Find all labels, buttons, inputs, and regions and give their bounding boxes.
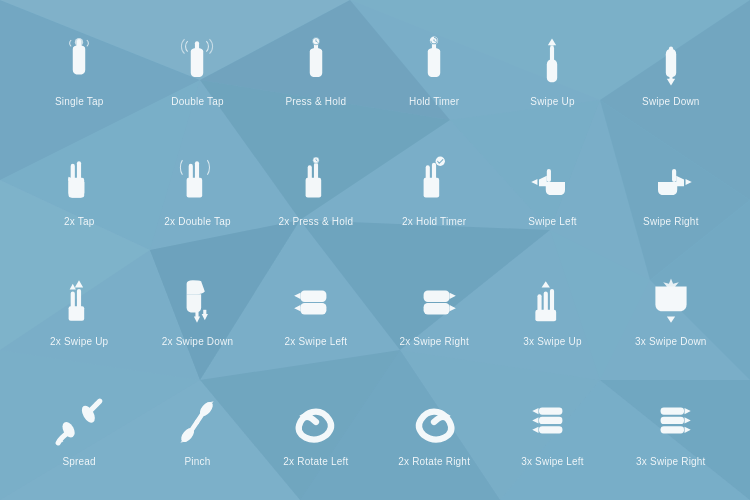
2x-swipe-left-label: 2x Swipe Left xyxy=(285,336,348,348)
2x-hold-timer-label: 2x Hold Timer xyxy=(402,216,466,228)
gesture-cell-swipe-up: Swipe Up xyxy=(493,10,611,130)
2x-press-hold-icon xyxy=(286,152,346,212)
svg-marker-107 xyxy=(684,408,690,414)
3x-swipe-left-label: 3x Swipe Left xyxy=(521,456,584,468)
swipe-down-label: Swipe Down xyxy=(642,96,700,108)
svg-rect-105 xyxy=(660,417,683,424)
gesture-cell-single-tap: Single Tap xyxy=(20,10,138,130)
svg-rect-99 xyxy=(539,417,562,424)
svg-marker-101 xyxy=(533,408,539,414)
svg-rect-72 xyxy=(204,310,207,315)
svg-rect-98 xyxy=(539,407,562,414)
svg-rect-58 xyxy=(424,178,440,198)
3x-swipe-left-icon xyxy=(522,392,582,452)
double-tap-label: Double Tap xyxy=(171,96,223,108)
svg-marker-109 xyxy=(684,427,690,433)
gesture-cell-2x-tap: 2x Tap xyxy=(20,130,138,250)
svg-marker-75 xyxy=(294,293,300,299)
2x-swipe-up-label: 2x Swipe Up xyxy=(50,336,108,348)
svg-point-27 xyxy=(78,40,81,43)
swipe-up-icon xyxy=(522,32,582,92)
svg-marker-108 xyxy=(684,417,690,423)
svg-rect-40 xyxy=(551,45,554,50)
2x-tap-label: 2x Tap xyxy=(64,216,94,228)
svg-marker-68 xyxy=(75,280,83,287)
gesture-cell-double-tap: Double Tap xyxy=(138,10,256,130)
hold-timer-label: Hold Timer xyxy=(409,96,459,108)
single-tap-icon xyxy=(49,32,109,92)
2x-rotate-right-label: 2x Rotate Right xyxy=(398,456,470,468)
svg-rect-66 xyxy=(69,306,85,321)
2x-swipe-up-icon xyxy=(49,272,109,332)
spread-icon xyxy=(49,392,109,452)
svg-rect-100 xyxy=(539,426,562,433)
press-hold-label: Press & Hold xyxy=(285,96,346,108)
gesture-cell-pinch: Pinch xyxy=(138,370,256,490)
svg-marker-80 xyxy=(450,305,456,311)
svg-rect-83 xyxy=(550,289,554,312)
2x-swipe-left-icon xyxy=(286,272,346,332)
3x-swipe-down-icon xyxy=(641,272,701,332)
gesture-cell-2x-press-hold: 2x Press & Hold xyxy=(257,130,375,250)
gesture-cell-2x-double-tap: 2x Double Tap xyxy=(138,130,256,250)
svg-marker-39 xyxy=(548,39,556,46)
gesture-cell-swipe-left: Swipe Left xyxy=(493,130,611,250)
svg-rect-104 xyxy=(660,407,683,414)
gesture-cell-spread: Spread xyxy=(20,370,138,490)
swipe-right-icon xyxy=(641,152,701,212)
svg-rect-46 xyxy=(69,178,85,198)
3x-swipe-up-label: 3x Swipe Up xyxy=(523,336,581,348)
swipe-up-label: Swipe Up xyxy=(530,96,574,108)
2x-swipe-down-icon xyxy=(167,272,227,332)
svg-marker-79 xyxy=(450,293,456,299)
2x-hold-timer-icon xyxy=(404,152,464,212)
pinch-label: Pinch xyxy=(184,456,210,468)
2x-swipe-right-label: 2x Swipe Right xyxy=(399,336,469,348)
swipe-down-icon xyxy=(641,32,701,92)
3x-swipe-down-label: 3x Swipe Down xyxy=(635,336,707,348)
svg-rect-74 xyxy=(300,303,326,314)
3x-swipe-right-label: 3x Swipe Right xyxy=(636,456,706,468)
svg-marker-102 xyxy=(533,417,539,423)
svg-rect-81 xyxy=(538,294,542,312)
svg-rect-60 xyxy=(547,169,551,182)
svg-marker-87 xyxy=(667,317,675,323)
gesture-cell-swipe-down: Swipe Down xyxy=(612,10,730,130)
svg-rect-70 xyxy=(196,311,199,317)
gesture-cell-3x-swipe-left: 3x Swipe Left xyxy=(493,370,611,490)
gesture-cell-2x-swipe-right: 2x Swipe Right xyxy=(375,250,493,370)
svg-rect-84 xyxy=(536,310,557,321)
single-tap-label: Single Tap xyxy=(55,96,104,108)
gesture-cell-3x-swipe-right: 3x Swipe Right xyxy=(612,370,730,490)
2x-swipe-down-label: 2x Swipe Down xyxy=(162,336,234,348)
swipe-right-label: Swipe Right xyxy=(643,216,699,228)
3x-swipe-up-icon xyxy=(522,272,582,332)
2x-double-tap-icon xyxy=(167,152,227,212)
gesture-cell-2x-swipe-left: 2x Swipe Left xyxy=(257,250,375,370)
svg-point-29 xyxy=(196,42,199,45)
gesture-cell-2x-rotate-right: 2x Rotate Right xyxy=(375,370,493,490)
svg-marker-67 xyxy=(70,284,76,290)
gesture-cell-2x-hold-timer: 2x Hold Timer xyxy=(375,130,493,250)
svg-rect-78 xyxy=(424,303,450,314)
svg-marker-61 xyxy=(532,179,538,185)
2x-rotate-left-icon xyxy=(286,392,346,452)
svg-marker-103 xyxy=(533,427,539,433)
press-hold-icon xyxy=(286,32,346,92)
svg-marker-63 xyxy=(685,179,691,185)
svg-rect-49 xyxy=(187,178,203,198)
svg-rect-52 xyxy=(305,178,321,198)
main-content: Single Tap Double Tap xyxy=(0,0,750,500)
svg-rect-77 xyxy=(424,291,450,302)
gesture-cell-2x-swipe-up: 2x Swipe Up xyxy=(20,250,138,370)
svg-rect-43 xyxy=(669,73,672,79)
swipe-left-icon xyxy=(522,152,582,212)
svg-rect-41 xyxy=(669,46,673,57)
gesture-cell-swipe-right: Swipe Right xyxy=(612,130,730,250)
gesture-cell-3x-swipe-up: 3x Swipe Up xyxy=(493,250,611,370)
gesture-cell-2x-swipe-down: 2x Swipe Down xyxy=(138,250,256,370)
2x-tap-icon xyxy=(49,152,109,212)
gesture-cell-2x-rotate-left: 2x Rotate Left xyxy=(257,370,375,490)
svg-marker-85 xyxy=(542,281,550,287)
swipe-left-label: Swipe Left xyxy=(528,216,577,228)
